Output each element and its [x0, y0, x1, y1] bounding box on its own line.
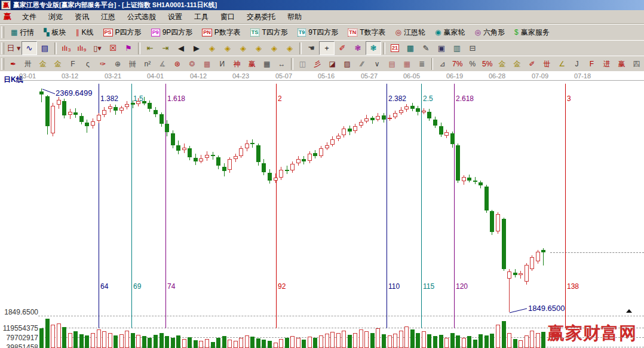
fibo-tool[interactable]: F [66, 57, 81, 71]
gann-time-line[interactable] [131, 84, 132, 328]
gate-tool[interactable]: ◫ [295, 57, 310, 71]
gold-average-tool[interactable]: 金 [510, 57, 525, 71]
gann-target-tool[interactable]: ⊛ [170, 57, 185, 71]
diamond-zoom-out-button[interactable]: ◈ [282, 41, 298, 55]
ruler-tool[interactable]: 卅 [21, 57, 36, 71]
parallel-lines-tool[interactable]: ≣ [415, 57, 430, 71]
percent7-tool[interactable]: 7% [450, 57, 465, 71]
span-tool[interactable]: ↔ [274, 57, 289, 71]
red-grid-tool-1[interactable]: ▤ [385, 57, 400, 71]
kline-button[interactable]: ∥K线 [71, 25, 99, 39]
t-table-button[interactable]: TNT数字表 [343, 25, 390, 39]
flag-pen-tool[interactable]: ✐ [525, 57, 539, 71]
n2-tool[interactable]: n² [140, 57, 155, 71]
si-fan-tool[interactable]: 四 [629, 57, 644, 71]
price-scale-tool[interactable]: ⊿ [435, 57, 450, 71]
hexagon-button[interactable]: ◎六角形 [470, 25, 510, 39]
angle-tool[interactable]: ∡ [155, 57, 170, 71]
gann-fan-w-tool[interactable]: 丗 [539, 57, 554, 71]
pen-ruler-tool[interactable]: ✑ [95, 57, 110, 71]
jump-first-button[interactable]: ⇤ [142, 41, 158, 55]
jump-last-button[interactable]: ⇥ [158, 41, 173, 55]
menu-3[interactable]: 资讯 [69, 11, 95, 23]
gold-angle-tool[interactable]: ∠ [554, 57, 569, 71]
gann-time-line[interactable] [387, 84, 387, 328]
t-square-button[interactable]: TST四方形 [246, 25, 293, 39]
menu-10[interactable]: 帮助 [281, 11, 308, 23]
web-circle-tool[interactable]: ❂ [185, 57, 200, 71]
shen-tool[interactable]: 神 [229, 57, 244, 71]
fav-purple-button[interactable]: ❃ [350, 41, 366, 55]
winner-wheel-button[interactable]: ◉赢家轮 [430, 25, 470, 39]
9p-square-button[interactable]: P99P四方形 [146, 25, 198, 39]
page-prev-button[interactable]: ◀ [173, 41, 189, 55]
draw-pen-tool[interactable]: ✒ [6, 57, 21, 71]
save-button[interactable]: ▣ [434, 41, 449, 55]
label-tool-button[interactable]: ✐ [335, 41, 350, 55]
diamond-hatch-tool[interactable]: ◪ [325, 57, 340, 71]
ray-fan-tool[interactable]: 彡 [310, 57, 325, 71]
v-lines-tool[interactable]: ∨ [370, 57, 385, 71]
p-square-button[interactable]: PSP四方形 [99, 25, 146, 39]
page-next-button[interactable]: ▶ [189, 41, 204, 55]
gann-time-line[interactable] [421, 84, 422, 328]
diamond-shrink-h-button[interactable]: ◈ [251, 41, 266, 55]
chart-area[interactable]: 日K线 赢家财富网 03-0103-1203-2104-0104-1204-23… [0, 71, 644, 348]
gann-time-line[interactable] [565, 84, 566, 328]
candle-style-button[interactable]: ▯▾ [90, 41, 105, 55]
f-line-tool[interactable]: F [584, 57, 599, 71]
overlay-curve-button[interactable]: ∿ [22, 41, 37, 55]
ying-tool[interactable]: 赢 [244, 57, 259, 71]
calculator-button[interactable]: ▦ [403, 41, 418, 55]
gann-grid-button[interactable]: ☒ [105, 41, 121, 55]
print-button[interactable]: ⊟ [465, 41, 480, 55]
jin-fan-tool[interactable]: 进 [599, 57, 614, 71]
menu-5[interactable]: 公式选股 [121, 11, 162, 23]
gold-circle-tool[interactable]: 金 [495, 57, 510, 71]
diamond-shift-right-button[interactable]: ◈ [220, 41, 235, 55]
memo-button[interactable]: ✎ [418, 41, 434, 55]
wave-mark-tool[interactable]: И [214, 57, 229, 71]
export-button[interactable]: ▥ [449, 41, 465, 55]
gold-ratio-tool-2[interactable]: 金 [51, 57, 66, 71]
square-hatch-tool[interactable]: ▨ [340, 57, 355, 71]
menu-2[interactable]: 浏览 [42, 11, 69, 23]
info-doc-button[interactable]: ▤ [37, 41, 53, 55]
calendar-button[interactable]: 21 [387, 41, 403, 55]
period-dropdown[interactable]: 日 ▾ [6, 41, 22, 55]
quotes-button[interactable]: ▦行情 [6, 25, 39, 39]
winner-service-button[interactable]: $赢家服务 [510, 25, 554, 39]
compass-tool[interactable]: ⊕ [110, 57, 125, 71]
hand-tool-button[interactable]: ☚ [303, 41, 319, 55]
diamond-zoom-in-button[interactable]: ◈ [266, 41, 282, 55]
web-square-tool[interactable]: ▩ [200, 57, 214, 71]
color-flag-button[interactable]: ⚑ [121, 41, 136, 55]
gann-time-line[interactable] [276, 84, 277, 328]
fav-teal-button[interactable]: ❃ [366, 41, 381, 55]
menu-4[interactable]: 江恩 [95, 11, 121, 23]
percent5-tool[interactable]: 5% [480, 57, 495, 71]
spiral-ruler-tool[interactable]: ς [81, 57, 96, 71]
trend-lines-tool[interactable]: ∕∕ [355, 57, 370, 71]
j-line-tool[interactable]: J [569, 57, 584, 71]
ying-fan-tool[interactable]: 赢 [614, 57, 629, 71]
red-grid-tool-2[interactable]: ▦ [400, 57, 415, 71]
menu-8[interactable]: 窗口 [214, 11, 241, 23]
bars3-button[interactable]: ılı₃ [59, 41, 74, 55]
diamond-shift-left-button[interactable]: ◈ [204, 41, 220, 55]
gann-wheel-button[interactable]: ◎江恩轮 [391, 25, 430, 39]
p-table-button[interactable]: PNP数字表 [197, 25, 246, 39]
grid-123-tool[interactable]: ▦ [259, 57, 274, 71]
gann-time-line[interactable] [454, 84, 455, 328]
bars9-button[interactable]: ılı₉ [74, 41, 90, 55]
menu-9[interactable]: 交易委托 [241, 11, 281, 23]
menu-1[interactable]: 文件 [16, 11, 42, 23]
gold-ratio-tool-1[interactable]: 金 [36, 57, 51, 71]
9t-square-button[interactable]: T99T四方形 [293, 25, 344, 39]
sectors-button[interactable]: ▚板块 [39, 25, 70, 39]
hash-ruler-tool[interactable]: 卌 [125, 57, 140, 71]
percent-tool[interactable]: % [465, 57, 480, 71]
menu-6[interactable]: 设置 [162, 11, 188, 23]
crosshair-button[interactable]: + [319, 41, 335, 55]
menu-7[interactable]: 工具 [188, 11, 214, 23]
